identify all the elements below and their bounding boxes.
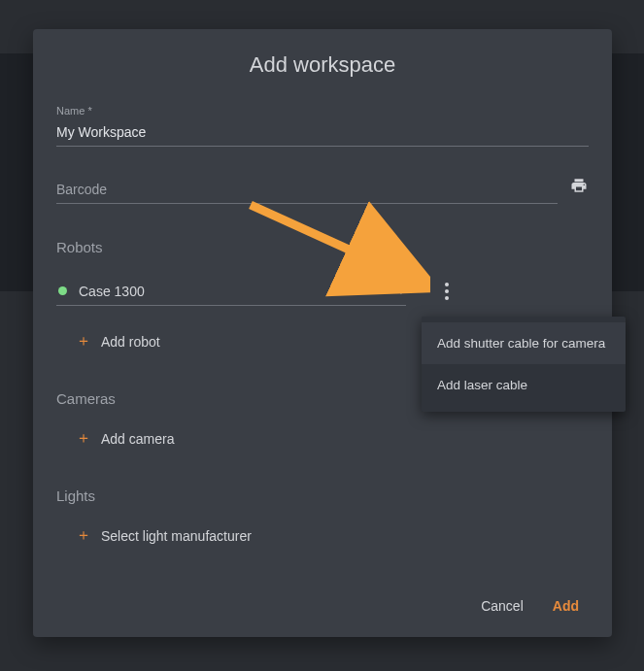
- add-button[interactable]: Add: [553, 598, 579, 614]
- print-icon[interactable]: [569, 177, 589, 204]
- robot-kebab-button[interactable]: [439, 277, 455, 306]
- menu-item-add-shutter-cable[interactable]: Add shutter cable for camera: [422, 322, 626, 364]
- name-label: Name *: [56, 105, 589, 117]
- status-dot-icon: [58, 286, 67, 295]
- add-camera-button[interactable]: ＋ Add camera: [56, 428, 589, 449]
- dialog-title: Add workspace: [56, 52, 589, 78]
- lights-section: Lights ＋ Select light manufacturer: [56, 487, 589, 546]
- robot-row: Case 1300 ▼: [56, 277, 589, 306]
- name-input[interactable]: [56, 118, 589, 147]
- name-field: Name *: [56, 105, 589, 147]
- barcode-field: [56, 176, 589, 204]
- robot-context-menu: Add shutter cable for camera Add laser c…: [422, 317, 626, 412]
- add-robot-label: Add robot: [101, 334, 160, 350]
- dialog-actions: Cancel Add: [481, 598, 579, 614]
- plus-icon: ＋: [76, 331, 91, 352]
- plus-icon: ＋: [76, 525, 91, 546]
- chevron-down-icon: ▼: [396, 285, 406, 296]
- robot-select[interactable]: Case 1300 ▼: [56, 278, 406, 306]
- robot-selected-name: Case 1300: [79, 284, 396, 299]
- select-light-label: Select light manufacturer: [101, 528, 252, 544]
- plus-icon: ＋: [76, 428, 91, 449]
- add-camera-label: Add camera: [101, 431, 174, 447]
- menu-item-add-laser-cable[interactable]: Add laser cable: [422, 364, 626, 406]
- select-light-manufacturer-button[interactable]: ＋ Select light manufacturer: [56, 525, 589, 546]
- barcode-input[interactable]: [56, 176, 558, 204]
- cancel-button[interactable]: Cancel: [481, 598, 524, 614]
- lights-heading: Lights: [56, 487, 589, 504]
- robots-heading: Robots: [56, 239, 589, 255]
